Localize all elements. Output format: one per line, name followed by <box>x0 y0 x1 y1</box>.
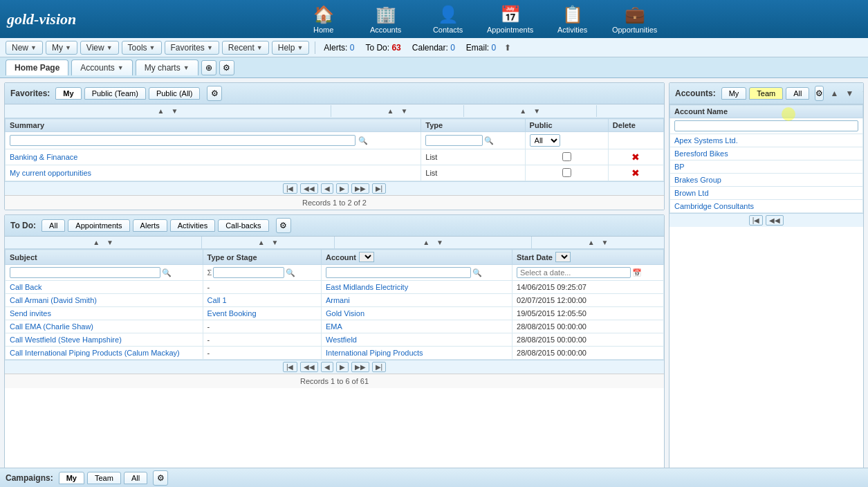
todo-settings-button[interactable]: ⚙ <box>276 218 291 233</box>
fav-row-1-delete[interactable]: ✖ <box>631 151 640 163</box>
acc-sort-down[interactable]: ▼ <box>843 88 856 99</box>
nav-activities[interactable]: 📋 Activities <box>548 5 597 34</box>
tools-button[interactable]: Tools ▼ <box>122 41 162 55</box>
todo-type-search-icon[interactable]: 🔍 <box>286 268 295 277</box>
fav-summary-search-icon[interactable]: 🔍 <box>358 136 368 145</box>
todo-row-1-subject[interactable]: Call Back <box>10 283 41 291</box>
todo-date-filter[interactable] <box>517 267 631 278</box>
acc-row-1-name[interactable]: Apex Systems Ltd. <box>674 136 738 145</box>
nav-contacts[interactable]: 👤 Contacts <box>424 5 472 34</box>
todo-row-6-account[interactable]: International Piping Products <box>326 349 423 357</box>
acc-row-4-name[interactable]: Brakes Group <box>674 176 721 184</box>
acc-settings-button[interactable]: ⚙ <box>815 86 824 101</box>
todo-subject-sort-down[interactable]: ▼ <box>104 238 116 247</box>
fav-summary-sort-down[interactable]: ▼ <box>169 107 181 116</box>
tab-my-charts[interactable]: My charts ▼ <box>136 59 198 75</box>
todo-next-page[interactable]: ▶ <box>336 362 349 372</box>
campaigns-settings-button[interactable]: ⚙ <box>153 470 168 486</box>
todo-account-search-icon[interactable]: 🔍 <box>472 268 482 277</box>
fav-public-sort-down[interactable]: ▼ <box>531 107 542 116</box>
todo-last-page[interactable]: ▶| <box>372 362 387 372</box>
my-button[interactable]: My ▼ <box>46 41 77 55</box>
todo-tab-appointments[interactable]: Appointments <box>68 219 129 232</box>
fav-type-sort-down[interactable]: ▼ <box>398 107 409 116</box>
todo-row-3-type[interactable]: Event Booking <box>207 309 257 318</box>
email-count[interactable]: 0 <box>492 43 497 53</box>
fav-row-2-summary[interactable]: My current opportunities <box>10 169 91 177</box>
favorites-button[interactable]: Favorites ▼ <box>165 41 219 55</box>
todo-row-4-subject[interactable]: Call EMA (Charlie Shaw) <box>10 322 93 331</box>
fav-prev-page[interactable]: ◀ <box>321 183 333 194</box>
todo-count[interactable]: 63 <box>391 43 400 53</box>
view-button[interactable]: View ▼ <box>80 41 119 55</box>
todo-prev-page-skip[interactable]: ◀◀ <box>300 362 318 372</box>
todo-type-sort-up[interactable]: ▲ <box>256 238 267 247</box>
tab-accounts[interactable]: Accounts ▼ <box>71 59 132 75</box>
help-button[interactable]: Help ▼ <box>272 41 310 55</box>
fav-row-2-public[interactable] <box>562 168 571 177</box>
acc-name-filter[interactable] <box>674 120 858 131</box>
todo-subject-search-icon[interactable]: 🔍 <box>162 268 172 277</box>
todo-row-2-account[interactable]: Armani <box>326 296 350 304</box>
todo-row-5-subject[interactable]: Call Westfield (Steve Hampshire) <box>10 336 122 344</box>
nav-accounts[interactable]: 🏢 Accounts <box>362 5 410 34</box>
fav-tab-my[interactable]: My <box>55 87 81 100</box>
campaigns-tab-all[interactable]: All <box>124 472 147 484</box>
acc-prev-page-skip[interactable]: ◀◀ <box>766 215 784 226</box>
todo-subject-sort-up[interactable]: ▲ <box>91 238 102 247</box>
fav-public-filter[interactable]: All Yes No <box>530 134 560 147</box>
todo-type-filter[interactable] <box>213 267 284 278</box>
todo-account-sort-down[interactable]: ▼ <box>434 238 445 247</box>
todo-tab-alerts[interactable]: Alerts <box>133 219 167 232</box>
todo-row-6-subject[interactable]: Call International Piping Products (Calu… <box>10 349 180 357</box>
todo-tab-activities[interactable]: Activities <box>170 219 215 232</box>
fav-settings-button[interactable]: ⚙ <box>207 86 222 101</box>
acc-tab-team[interactable]: Team <box>749 87 783 100</box>
fav-first-page[interactable]: |◀ <box>283 183 297 194</box>
recent-button[interactable]: Recent ▼ <box>222 41 269 55</box>
todo-date-picker-icon[interactable]: 📅 <box>632 268 642 277</box>
todo-date-sort-up[interactable]: ▲ <box>586 238 597 247</box>
todo-account-filter-select[interactable] <box>359 252 374 262</box>
fav-summary-sort-up[interactable]: ▲ <box>156 107 167 116</box>
todo-date-filter-select[interactable] <box>555 252 571 262</box>
acc-row-6-name[interactable]: Cambridge Consultants <box>674 202 754 210</box>
nav-home[interactable]: 🏠 Home <box>299 5 348 34</box>
fav-next-page-skip[interactable]: ▶▶ <box>351 183 369 194</box>
acc-collapse-icon[interactable]: ▼ <box>861 89 864 98</box>
tab-settings-button[interactable]: ⚙ <box>219 60 234 75</box>
new-button[interactable]: New ▼ <box>6 41 43 55</box>
fav-row-1-summary[interactable]: Banking & Finanace <box>10 153 77 161</box>
tab-add-button[interactable]: ⊕ <box>201 60 216 75</box>
calendar-count[interactable]: 0 <box>450 43 455 53</box>
fav-type-sort-up[interactable]: ▲ <box>385 107 396 116</box>
fav-type-search-icon[interactable]: 🔍 <box>484 136 494 145</box>
fav-tab-public-all[interactable]: Public (All) <box>149 87 201 100</box>
fav-summary-filter[interactable] <box>10 135 355 146</box>
todo-row-2-type[interactable]: Call 1 <box>207 296 227 304</box>
todo-next-page-skip[interactable]: ▶▶ <box>351 362 369 372</box>
fav-type-filter[interactable] <box>425 135 482 146</box>
campaigns-tab-team[interactable]: Team <box>87 472 121 484</box>
todo-row-3-subject[interactable]: Send invites <box>10 309 51 318</box>
todo-account-sort-up[interactable]: ▲ <box>421 238 432 247</box>
todo-subject-filter[interactable] <box>10 267 160 278</box>
fav-tab-public-team[interactable]: Public (Team) <box>84 87 146 100</box>
todo-date-sort-down[interactable]: ▼ <box>600 238 611 247</box>
todo-row-5-account[interactable]: Westfield <box>326 336 357 344</box>
todo-row-4-account[interactable]: EMA <box>326 322 342 331</box>
acc-row-2-name[interactable]: Beresford Bikes <box>674 149 728 158</box>
todo-first-page[interactable]: |◀ <box>283 362 297 372</box>
todo-row-1-account[interactable]: East Midlands Electricity <box>326 283 408 291</box>
fav-row-2-delete[interactable]: ✖ <box>631 167 640 178</box>
todo-type-sort-down[interactable]: ▼ <box>270 238 281 247</box>
fav-next-page[interactable]: ▶ <box>336 183 349 194</box>
acc-row-5-name[interactable]: Brown Ltd <box>674 189 709 197</box>
fav-prev-page-skip[interactable]: ◀◀ <box>300 183 318 194</box>
fav-public-sort-up[interactable]: ▲ <box>517 107 528 116</box>
tab-home-page[interactable]: Home Page <box>6 59 68 75</box>
todo-row-2-subject[interactable]: Call Armani (David Smith) <box>10 296 97 304</box>
acc-tab-my[interactable]: My <box>721 87 747 100</box>
todo-tab-callbacks[interactable]: Call-backs <box>218 219 268 232</box>
acc-tab-all[interactable]: All <box>786 87 809 100</box>
